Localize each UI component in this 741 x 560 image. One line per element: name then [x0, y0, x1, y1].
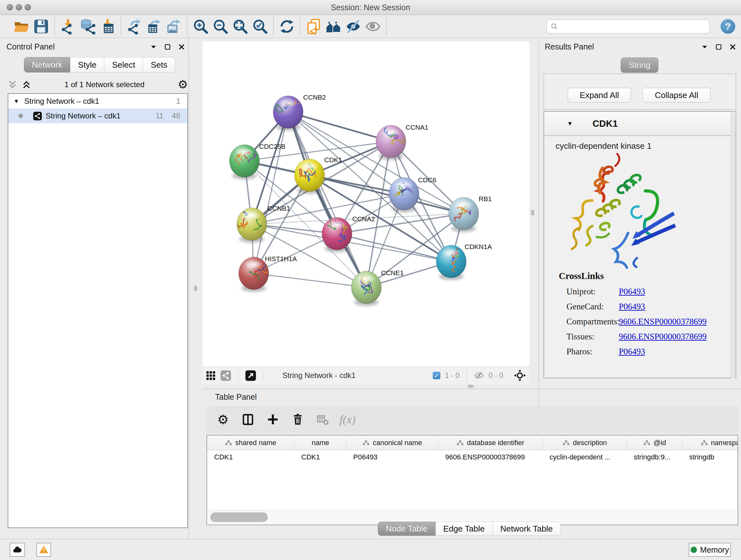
crosslink-link[interactable]: P06493 [619, 347, 645, 357]
hidden-eye-icon[interactable] [474, 370, 484, 381]
tab-select[interactable]: Select [105, 57, 143, 72]
results-scrollbar[interactable] [731, 112, 735, 378]
edge-CCNB2-CCNE1[interactable] [288, 112, 366, 287]
add-column-button[interactable] [265, 412, 280, 427]
import-table-file-button[interactable] [98, 17, 118, 36]
tab-network[interactable]: Network [24, 57, 70, 72]
import-network-database-button[interactable] [78, 17, 98, 36]
warnings-button[interactable] [37, 543, 51, 557]
crosslink-link[interactable]: 9606.ENSP00000378699 [619, 317, 706, 327]
network-list-options-icon[interactable]: ⚙ [178, 79, 188, 90]
collapse-all-icon[interactable] [8, 80, 17, 89]
network-graph[interactable]: CCNB2 CCNA1 CDC25B CDK1 CDC6 RB1 CCNB1 [202, 42, 529, 367]
save-session-button[interactable] [31, 17, 51, 36]
right-splitter-handle[interactable] [531, 210, 534, 215]
help-button[interactable]: ? [721, 19, 735, 34]
search-neighborhood-button[interactable] [324, 17, 343, 36]
memory-status-dot [690, 547, 697, 553]
table-cell[interactable]: 9606.ENSP00000378699 [438, 450, 542, 464]
horizontal-splitter-handle[interactable] [468, 385, 474, 388]
node-CDC25B[interactable]: CDC25B [229, 143, 286, 179]
column-header-canonical-name[interactable]: canonical name [346, 435, 438, 450]
scrollbar-thumb[interactable] [210, 512, 268, 522]
tab-style[interactable]: Style [70, 57, 105, 72]
maximize-window-icon[interactable] [24, 4, 31, 10]
crosslink-link[interactable]: 9606.ENSP00000378699 [619, 332, 706, 341]
network-row[interactable]: String Network – cdk1 11 48 [8, 109, 187, 123]
column-header-namespace[interactable]: namespace [682, 435, 738, 450]
table-cell[interactable]: CDK1 [294, 450, 346, 464]
node-CDC6[interactable]: CDC6 [389, 176, 436, 212]
minimize-window-icon[interactable] [16, 4, 22, 10]
network-canvas[interactable]: CCNB2 CCNA1 CDC25B CDK1 CDC6 RB1 CCNB1 [202, 42, 529, 367]
column-header-description[interactable]: description [542, 435, 627, 450]
table-cell[interactable]: CDK1 [207, 450, 294, 464]
export-network-button[interactable] [125, 17, 144, 36]
tab-network-table[interactable]: Network Table [493, 522, 561, 536]
column-header-database-identifier[interactable]: database identifier [438, 435, 542, 450]
expand-all-icon[interactable] [22, 80, 31, 89]
import-network-file-button[interactable] [58, 17, 78, 36]
panel-menu-icon[interactable] [150, 44, 157, 51]
crosslink-link[interactable]: P06493 [619, 287, 645, 297]
string-logo-icon[interactable] [220, 370, 231, 381]
node-label-CCNE1: CCNE1 [381, 269, 404, 276]
table-cell[interactable]: P06493 [346, 450, 438, 464]
close-window-icon[interactable] [7, 4, 13, 10]
edge-HIST1H1A-CCNE1[interactable] [254, 273, 366, 287]
edge-CCNB2-HIST1H1A[interactable] [254, 112, 288, 273]
birdseye-view-icon[interactable] [514, 369, 526, 382]
collapse-all-button[interactable]: Collapse All [643, 88, 711, 103]
zoom-out-button[interactable] [211, 17, 230, 36]
node-CDKN1A[interactable]: CDKN1A [436, 243, 492, 280]
show-hidden-button[interactable] [363, 17, 383, 36]
delete-column-button[interactable] [290, 412, 306, 427]
expand-all-button[interactable]: Expand All [568, 88, 631, 103]
node-CCNA1[interactable]: CCNA1 [376, 124, 428, 160]
node-HIST1H1A[interactable]: HIST1H1A [239, 255, 297, 292]
table-cell[interactable]: stringdb:9... [627, 450, 682, 464]
node-RB1[interactable]: RB1 [449, 195, 492, 232]
tab-string[interactable]: String [621, 57, 658, 73]
collection-expander-icon[interactable]: ▼ [8, 98, 19, 105]
apply-preferred-layout-button[interactable] [277, 17, 297, 36]
memory-button[interactable]: Memory [689, 543, 731, 557]
zoom-selected-button[interactable] [250, 17, 270, 36]
export-image-button[interactable] [164, 17, 184, 36]
float-panel-icon[interactable] [164, 44, 171, 51]
search-input[interactable] [561, 22, 710, 31]
node-CCNB2[interactable]: CCNB2 [273, 94, 326, 131]
left-splitter-handle[interactable] [194, 286, 197, 291]
cloud-button[interactable] [10, 543, 25, 557]
column-header-name[interactable]: name [294, 435, 346, 450]
close-panel-icon[interactable] [729, 44, 736, 51]
entry-header[interactable]: ▼ CDK1 [544, 112, 736, 136]
float-panel-icon[interactable] [715, 44, 722, 51]
table-row[interactable]: CDK1CDK1P064939606.ENSP00000378699cyclin… [207, 450, 738, 464]
search-box[interactable] [546, 19, 710, 34]
show-columns-button[interactable] [240, 412, 256, 427]
table-settings-button[interactable]: ⚙ [215, 412, 231, 427]
zoom-in-button[interactable] [191, 17, 211, 36]
crosslink-link[interactable]: P06493 [619, 302, 645, 312]
selected-checkbox[interactable]: ✓ [433, 372, 441, 379]
panel-menu-icon[interactable] [701, 44, 708, 51]
column-header--id[interactable]: @id [627, 435, 682, 450]
table-cell[interactable]: stringdb [682, 450, 738, 464]
table-cell[interactable]: cyclin-dependent ... [542, 450, 627, 464]
tab-edge-table[interactable]: Edge Table [435, 522, 493, 536]
hide-selected-button[interactable] [343, 17, 363, 36]
open-session-button[interactable] [11, 17, 31, 36]
open-in-window-icon[interactable] [246, 370, 256, 381]
close-panel-icon[interactable] [178, 44, 185, 51]
export-table-button[interactable] [144, 17, 164, 36]
node-CCNE1[interactable]: CCNE1 [351, 269, 404, 306]
column-header-shared-name[interactable]: shared name [207, 435, 294, 450]
network-collection-row[interactable]: ▼ String Network – cdk1 1 [8, 94, 187, 109]
tab-sets[interactable]: Sets [143, 57, 175, 72]
grid-view-icon[interactable] [205, 370, 216, 381]
zoom-fit-content-button[interactable] [230, 17, 250, 36]
tab-node-table[interactable]: Node Table [378, 522, 435, 536]
entry-expander-icon[interactable]: ▼ [567, 120, 573, 127]
clone-network-button[interactable] [304, 17, 324, 36]
